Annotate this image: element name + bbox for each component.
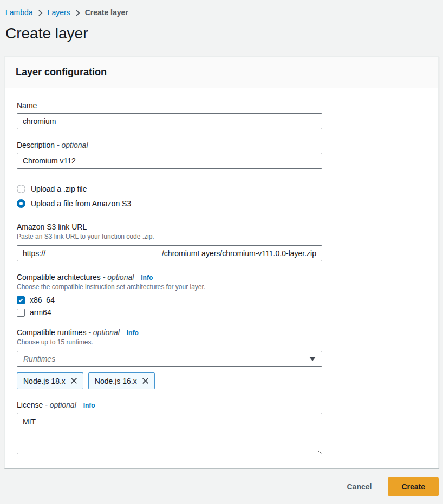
checkbox-arm64-label: arm64	[30, 308, 51, 317]
s3-url-input[interactable]: https:// /chromiumLayers/chromium-v111.0…	[17, 245, 322, 261]
s3-url-value-suffix: /chromiumLayers/chromium-v111.0.0-layer.…	[162, 249, 316, 258]
runtimes-field-group: Compatible runtimes - optional Info Choo…	[17, 328, 426, 389]
license-field-group: License - optional Info MIT	[17, 401, 426, 456]
runtimes-optional-text: - optional	[88, 328, 120, 337]
checkbox-checked-icon[interactable]	[17, 296, 25, 304]
layer-configuration-panel: Layer configuration Name Description - o…	[4, 56, 439, 468]
architectures-label: Compatible architectures - optional Info	[17, 273, 426, 282]
name-label: Name	[17, 101, 426, 110]
panel-body: Name Description - optional Upload a .zi…	[5, 88, 438, 468]
name-input[interactable]	[17, 113, 322, 129]
page-title: Create layer	[0, 24, 443, 43]
license-label: License - optional Info	[17, 401, 426, 409]
s3-url-label: Amazon S3 link URL	[17, 222, 426, 231]
checkbox-x86-64[interactable]: x86_64	[17, 296, 426, 304]
license-optional-text: - optional	[45, 401, 76, 409]
cancel-button[interactable]: Cancel	[337, 479, 381, 494]
create-button[interactable]: Create	[388, 477, 439, 496]
s3-url-value-prefix: https://	[23, 249, 45, 258]
architectures-info-link[interactable]: Info	[141, 274, 153, 282]
token-nodejs-16-label: Node.js 16.x	[95, 377, 137, 385]
runtimes-select[interactable]: Runtimes	[17, 351, 322, 367]
radio-unselected-icon[interactable]	[17, 185, 25, 193]
dismiss-icon[interactable]	[142, 377, 149, 384]
panel-title: Layer configuration	[16, 67, 427, 78]
runtimes-label-text: Compatible runtimes	[17, 328, 86, 337]
radio-selected-icon[interactable]	[17, 199, 25, 208]
chevron-right-icon	[38, 10, 43, 16]
caret-down-icon	[309, 357, 316, 361]
upload-source-radio-group: Upload a .zip file Upload a file from Am…	[17, 185, 426, 208]
runtimes-label: Compatible runtimes - optional Info	[17, 328, 426, 337]
description-label: Description - optional	[17, 141, 426, 149]
architectures-label-text: Compatible architectures	[17, 273, 101, 282]
token-nodejs-16: Node.js 16.x	[88, 372, 155, 389]
checkbox-x86-64-label: x86_64	[30, 296, 55, 304]
panel-header: Layer configuration	[5, 57, 438, 88]
dismiss-icon[interactable]	[70, 377, 77, 384]
s3-url-hint: Paste an S3 link URL to your function co…	[17, 232, 426, 241]
radio-upload-zip-label: Upload a .zip file	[31, 185, 87, 193]
license-textarea[interactable]: MIT	[17, 413, 322, 454]
radio-upload-zip[interactable]: Upload a .zip file	[17, 185, 426, 193]
runtimes-hint: Choose up to 15 runtimes.	[17, 338, 426, 346]
token-nodejs-18-label: Node.js 18.x	[23, 377, 66, 385]
architectures-hint: Choose the compatible instruction set ar…	[17, 283, 426, 291]
radio-upload-s3-label: Upload a file from Amazon S3	[31, 199, 131, 208]
breadcrumb-item-lambda[interactable]: Lambda	[5, 8, 33, 17]
breadcrumb-item-current: Create layer	[85, 8, 128, 17]
breadcrumb: Lambda Layers Create layer	[0, 0, 443, 17]
s3-url-field-group: Amazon S3 link URL Paste an S3 link URL …	[17, 222, 426, 261]
architectures-optional-text: - optional	[103, 273, 134, 282]
runtimes-token-row: Node.js 18.x Node.js 16.x	[17, 372, 426, 389]
license-label-text: License	[17, 401, 43, 409]
runtimes-select-placeholder: Runtimes	[23, 355, 55, 363]
radio-upload-s3[interactable]: Upload a file from Amazon S3	[17, 199, 426, 208]
token-nodejs-18: Node.js 18.x	[17, 372, 83, 389]
name-field-group: Name	[17, 101, 426, 129]
description-field-group: Description - optional	[17, 141, 426, 169]
architectures-field-group: Compatible architectures - optional Info…	[17, 273, 426, 317]
form-actions: Cancel Create	[0, 468, 443, 496]
license-info-link[interactable]: Info	[83, 402, 95, 409]
breadcrumb-item-layers[interactable]: Layers	[48, 8, 70, 17]
description-input[interactable]	[17, 153, 322, 169]
description-optional-text: - optional	[57, 141, 88, 149]
runtimes-info-link[interactable]: Info	[127, 329, 139, 337]
chevron-right-icon	[75, 10, 80, 16]
description-label-text: Description	[17, 141, 55, 149]
checkbox-arm64[interactable]: arm64	[17, 308, 426, 317]
checkbox-unchecked-icon[interactable]	[17, 309, 25, 317]
